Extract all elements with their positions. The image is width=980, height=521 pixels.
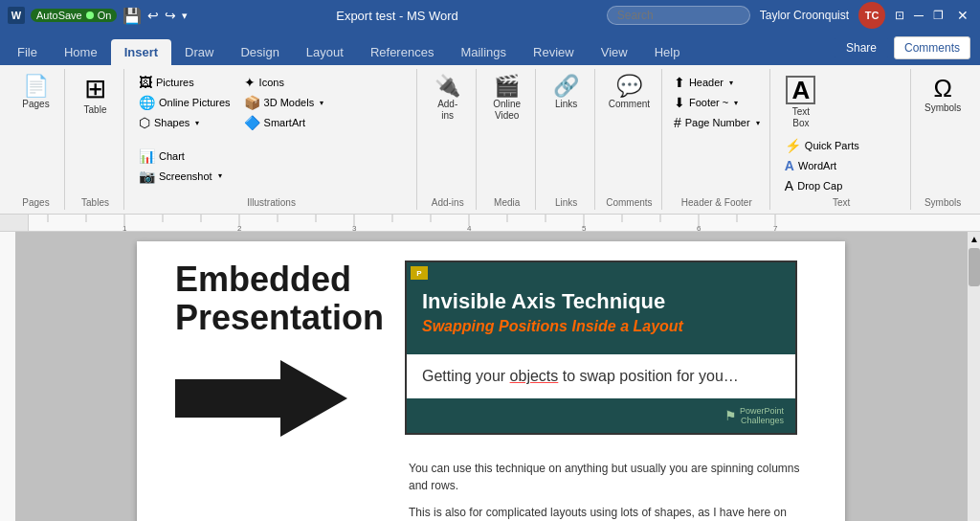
- links-button[interactable]: 🔗 Links: [546, 73, 588, 113]
- tab-review[interactable]: Review: [520, 39, 588, 65]
- screenshot-dropdown-arrow: ▾: [218, 171, 222, 180]
- embedded-presentation-title: Embedded Presentation: [175, 260, 386, 336]
- slide-logo: ⚑ PowerPointChallenges: [724, 406, 784, 425]
- svg-marker-29: [175, 360, 347, 437]
- online-video-icon: 🎬: [494, 76, 520, 97]
- smartart-button[interactable]: 🔷 SmartArt: [239, 113, 329, 132]
- word-app-icon: W: [8, 7, 25, 24]
- ribbon-group-tables: ⊞ Table Tables: [67, 69, 124, 210]
- smartart-icon: 🔷: [244, 115, 260, 130]
- minimize-button[interactable]: ─: [914, 8, 924, 23]
- title-bar-right: Taylor Croonquist TC ⊡ ─ ❐ ✕: [607, 2, 972, 29]
- scrollbar-thumb[interactable]: [969, 248, 980, 286]
- tab-draw[interactable]: Draw: [171, 39, 227, 65]
- tab-file[interactable]: File: [4, 39, 51, 65]
- pictures-icon: 🖼: [139, 75, 152, 90]
- tab-home[interactable]: Home: [51, 39, 111, 65]
- embedded-slide[interactable]: P Invisible Axis Technique Swapping Posi…: [405, 260, 797, 435]
- title-bar: W AutoSave On 💾 ↩ ↪ ▾ Export test - MS W…: [0, 0, 980, 31]
- screenshot-button[interactable]: 📷 Screenshot ▾: [134, 167, 227, 186]
- footer-icon: ⬇: [674, 95, 685, 110]
- svg-text:1: 1: [122, 224, 127, 232]
- tab-layout[interactable]: Layout: [293, 39, 357, 65]
- slide-pp-icon: P: [411, 266, 428, 280]
- 3d-models-icon: 📦: [244, 95, 260, 110]
- ribbon-right-actions: Share Comments: [825, 33, 980, 63]
- horizontal-ruler: 1 2 3 4 5 6 7: [29, 215, 980, 232]
- quick-parts-button[interactable]: ⚡ Quick Parts: [780, 136, 864, 155]
- svg-text:6: 6: [697, 224, 702, 232]
- wordart-button[interactable]: A WordArt: [780, 156, 864, 175]
- document-area: Embedded Presentation P: [0, 232, 980, 521]
- online-video-button[interactable]: 🎬 OnlineVideo: [486, 73, 528, 125]
- ruler: 1 2 3 4 5 6 7: [0, 215, 980, 232]
- icons-icon: ✦: [244, 75, 256, 90]
- page-number-button[interactable]: # Page Number ▾: [669, 113, 765, 132]
- autosave-state: On: [98, 10, 112, 21]
- svg-rect-28: [0, 232, 15, 521]
- tab-help[interactable]: Help: [641, 39, 694, 65]
- autosave-label: AutoSave: [36, 10, 82, 21]
- table-button[interactable]: ⊞ Table: [75, 73, 117, 119]
- tab-view[interactable]: View: [588, 39, 641, 65]
- vertical-scrollbar[interactable]: ▲ ▼: [967, 232, 980, 521]
- chart-icon: 📊: [139, 148, 155, 164]
- tab-insert[interactable]: Insert: [111, 39, 171, 65]
- online-pictures-button[interactable]: 🌐 Online Pictures: [134, 93, 235, 112]
- slide-header: Invisible Axis Technique Swapping Positi…: [407, 262, 795, 354]
- title-bar-left: W AutoSave On 💾 ↩ ↪ ▾: [8, 7, 188, 25]
- online-pictures-icon: 🌐: [139, 95, 155, 110]
- header-button[interactable]: ⬆ Header ▾: [669, 73, 765, 92]
- slide-subtitle: Swapping Positions Inside a Layout: [422, 318, 780, 335]
- shapes-dropdown-arrow: ▾: [195, 119, 199, 127]
- addins-button[interactable]: 🔌 Add-ins: [427, 73, 469, 125]
- ribbon-group-comments: 💬 Comment Comments: [597, 69, 661, 210]
- tab-references[interactable]: References: [357, 39, 447, 65]
- comment-button[interactable]: 💬 Comment: [604, 73, 655, 113]
- addins-icon: 🔌: [434, 76, 460, 97]
- close-button[interactable]: ✕: [953, 6, 972, 25]
- pages-button[interactable]: 📄 Pages: [15, 73, 57, 113]
- ribbon: File Home Insert Draw Design Layout Refe…: [0, 31, 980, 215]
- svg-text:7: 7: [773, 224, 778, 232]
- comments-button[interactable]: Comments: [894, 36, 970, 59]
- symbols-icon: Ω: [933, 76, 951, 101]
- text-box-button[interactable]: A TextBox: [780, 73, 822, 132]
- share-button[interactable]: Share: [835, 36, 888, 59]
- tab-mailings[interactable]: Mailings: [447, 39, 520, 65]
- svg-text:5: 5: [582, 224, 587, 232]
- autosave-toggle[interactable]: AutoSave On: [31, 9, 117, 22]
- icons-button[interactable]: ✦ Icons: [239, 73, 329, 92]
- svg-text:4: 4: [467, 224, 472, 232]
- drop-cap-button[interactable]: A Drop Cap: [780, 176, 864, 195]
- 3d-models-button[interactable]: 📦 3D Models ▾: [239, 93, 329, 112]
- body-paragraph-2: This is also for complicated layouts usi…: [409, 504, 807, 521]
- svg-text:3: 3: [352, 224, 357, 232]
- tab-design[interactable]: Design: [227, 39, 292, 65]
- scroll-up-arrow[interactable]: ▲: [968, 232, 980, 246]
- search-input[interactable]: [607, 6, 750, 25]
- pictures-button[interactable]: 🖼 Pictures: [134, 73, 235, 92]
- ribbon-group-text: A TextBox ⚡ Quick Parts A WordArt A Drop…: [772, 69, 911, 210]
- save-button[interactable]: 💾: [122, 7, 142, 25]
- undo-button[interactable]: ↩: [147, 8, 159, 23]
- ribbon-group-illustrations: 🖼 Pictures 🌐 Online Pictures ⬡ Shapes ▾: [126, 69, 417, 210]
- redo-button[interactable]: ↪: [165, 8, 176, 23]
- comment-icon: 💬: [616, 76, 642, 97]
- user-avatar[interactable]: TC: [858, 2, 885, 29]
- ribbon-display-button[interactable]: ⊡: [895, 9, 904, 22]
- page-number-icon: #: [674, 115, 681, 130]
- arrow-container: [175, 355, 386, 444]
- symbols-button[interactable]: Ω Symbols: [920, 73, 966, 117]
- ribbon-group-addins: 🔌 Add-ins Add-ins: [419, 69, 477, 210]
- shapes-button[interactable]: ⬡ Shapes ▾: [134, 113, 235, 132]
- ruler-corner: [0, 215, 29, 232]
- window-title: Export test - MS Word: [188, 9, 606, 23]
- drop-cap-icon: A: [785, 178, 793, 193]
- footer-button[interactable]: ⬇ Footer ~ ▾: [669, 93, 765, 112]
- chart-button[interactable]: 📊 Chart: [134, 147, 227, 166]
- slide-embed-container: P Invisible Axis Technique Swapping Posi…: [405, 260, 807, 521]
- restore-button[interactable]: ❐: [933, 9, 944, 22]
- document-scroll-area[interactable]: Embedded Presentation P: [15, 232, 967, 521]
- document-page: Embedded Presentation P: [137, 241, 845, 521]
